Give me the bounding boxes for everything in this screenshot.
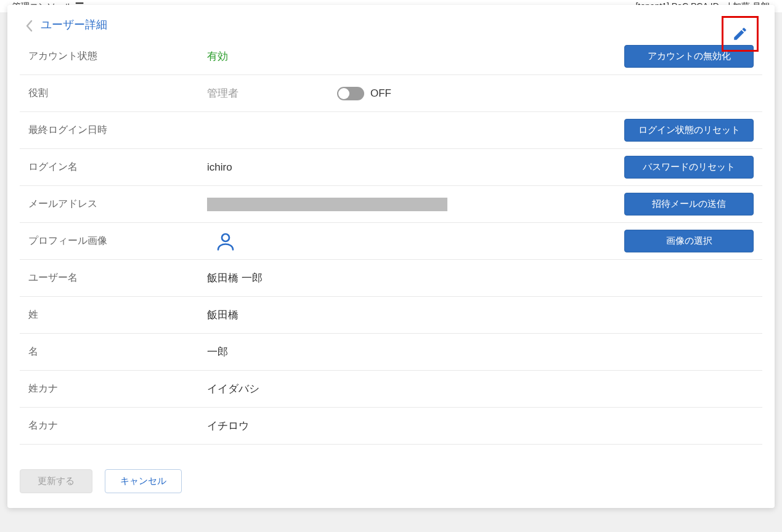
back-chevron-icon[interactable] xyxy=(25,19,36,30)
row-last-login: 最終ログイン日時 ログイン状態のリセット xyxy=(20,112,762,149)
label-last-kana: 姓カナ xyxy=(28,382,207,395)
label-profile-image: プロフィール画像 xyxy=(28,235,207,248)
detail-rows: アカウント状態 有効 アカウントの無効化 役割 管理者 OFF 最終ログイン日時… xyxy=(7,38,775,457)
value-first-kana: イチロウ xyxy=(207,419,249,433)
modal-footer: 更新する キャンセル xyxy=(7,457,775,508)
label-last-login: 最終ログイン日時 xyxy=(28,124,207,137)
reset-password-button[interactable]: パスワードのリセット xyxy=(624,156,754,179)
value-user-name: 飯田橋 一郎 xyxy=(207,271,263,285)
update-button: 更新する xyxy=(20,469,92,493)
row-last-name: 姓 飯田橋 xyxy=(20,297,762,334)
modal-header: ユーザー詳細 xyxy=(7,5,775,38)
send-invite-mail-button[interactable]: 招待メールの送信 xyxy=(624,193,754,216)
role-toggle-group: OFF xyxy=(337,87,391,100)
row-login-name: ログイン名 ichiro パスワードのリセット xyxy=(20,149,762,186)
svg-point-0 xyxy=(222,234,229,241)
row-user-name: ユーザー名 飯田橋 一郎 xyxy=(20,260,762,297)
edit-button[interactable] xyxy=(722,16,759,52)
row-first-name: 名 一郎 xyxy=(20,334,762,371)
row-role: 役割 管理者 OFF xyxy=(20,75,762,112)
value-login-name: ichiro xyxy=(207,161,232,174)
value-first-name: 一郎 xyxy=(207,345,228,359)
cancel-button[interactable]: キャンセル xyxy=(105,469,182,493)
label-user-name: ユーザー名 xyxy=(28,272,207,284)
value-last-kana: イイダバシ xyxy=(207,382,259,396)
label-first-kana: 名カナ xyxy=(28,419,207,432)
label-login-name: ログイン名 xyxy=(28,161,207,174)
pencil-icon xyxy=(732,26,748,42)
role-toggle[interactable] xyxy=(337,87,364,100)
value-last-name: 飯田橋 xyxy=(207,308,238,322)
row-last-kana: 姓カナ イイダバシ xyxy=(20,371,762,408)
label-first-name: 名 xyxy=(28,345,207,358)
row-first-kana: 名カナ イチロウ xyxy=(20,408,762,445)
label-email: メールアドレス xyxy=(28,198,207,211)
avatar-icon xyxy=(214,230,237,252)
role-toggle-label: OFF xyxy=(370,87,391,100)
value-email-masked xyxy=(207,198,447,211)
label-role: 役割 xyxy=(28,87,207,100)
toggle-thumb xyxy=(338,88,349,99)
modal-title: ユーザー詳細 xyxy=(41,17,107,32)
label-last-name: 姓 xyxy=(28,308,207,321)
row-profile-image: プロフィール画像 画像の選択 xyxy=(20,223,762,260)
label-account-status: アカウント状態 xyxy=(28,50,207,63)
select-image-button[interactable]: 画像の選択 xyxy=(624,230,754,252)
header-left: ユーザー詳細 xyxy=(25,17,107,32)
user-detail-modal: ユーザー詳細 アカウント状態 有効 アカウントの無効化 役割 管理者 OFF xyxy=(7,5,775,508)
row-email: メールアドレス 招待メールの送信 xyxy=(20,186,762,223)
row-account-status: アカウント状態 有効 アカウントの無効化 xyxy=(20,38,762,75)
value-role: 管理者 xyxy=(207,86,238,100)
reset-login-state-button[interactable]: ログイン状態のリセット xyxy=(624,119,754,142)
value-account-status: 有効 xyxy=(207,49,228,63)
